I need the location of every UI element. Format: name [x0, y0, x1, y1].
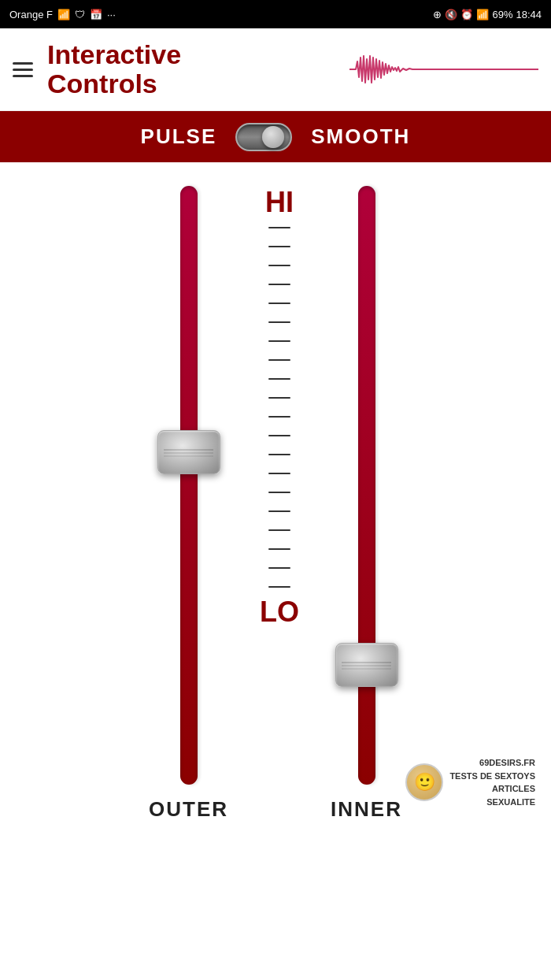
time-label: 18:44 [516, 9, 542, 20]
hamburger-line3 [13, 75, 33, 77]
alarm-icon: ⏰ [460, 9, 473, 20]
watermark: 🙂 69DESIRS.FR TESTS DE SEXTOYS ARTICLES … [405, 756, 535, 808]
pulse-label: PULSE [141, 124, 217, 149]
tick-19 [268, 567, 290, 569]
tick-4 [268, 284, 290, 285]
watermark-site: 69DESIRS.FR [479, 758, 535, 767]
menu-button[interactable] [13, 62, 33, 77]
inner-slider-handle[interactable] [335, 643, 398, 687]
status-bar: Orange F 📶 🛡 📅 ··· ⊕ 🔇 ⏰ 📶 69% 18:44 [0, 0, 551, 28]
tick-16 [268, 510, 290, 512]
header: InteractiveControls [0, 28, 551, 111]
mute-icon: 🔇 [445, 9, 457, 20]
signal-icon: 📶 [57, 9, 70, 20]
mode-toggle[interactable] [235, 123, 292, 151]
sliders-section: OUTER HI LO [0, 162, 551, 871]
status-right: ⊕ 🔇 ⏰ 📶 69% 18:44 [433, 9, 542, 20]
tick-20 [268, 586, 290, 588]
watermark-text: 69DESIRS.FR TESTS DE SEXTOYS ARTICLES SE… [449, 756, 535, 808]
tick-5 [268, 303, 290, 304]
inner-slider-container: INNER [331, 186, 402, 822]
shield-icon: 🛡 [75, 9, 85, 20]
carrier-label: Orange F [9, 9, 53, 20]
inner-slider-track[interactable] [358, 186, 375, 785]
tick-7 [268, 340, 290, 342]
scale-lo-label: LO [260, 596, 299, 629]
tick-14 [268, 473, 290, 474]
tick-12 [268, 435, 290, 436]
tick-3 [268, 265, 290, 266]
outer-slider-container: OUTER [149, 186, 228, 822]
tick-18 [268, 548, 290, 550]
hamburger-line2 [13, 69, 33, 71]
tick-1 [268, 227, 290, 228]
tick-13 [268, 454, 290, 455]
waveform-graphic [349, 50, 538, 89]
watermark-line3: ARTICLES [492, 784, 535, 793]
toggle-bar: PULSE SMOOTH [0, 111, 551, 162]
tick-9 [268, 378, 290, 380]
status-left: Orange F 📶 🛡 📅 ··· [9, 9, 116, 20]
tick-15 [268, 492, 290, 493]
tick-2 [268, 246, 290, 247]
watermark-line4: SEXUALITE [486, 797, 535, 807]
hamburger-line1 [13, 62, 33, 65]
outer-label: OUTER [149, 797, 228, 822]
tick-6 [268, 321, 290, 323]
watermark-line2: TESTS DE SEXTOYS [449, 771, 535, 781]
inner-label: INNER [331, 797, 402, 822]
smooth-label: SMOOTH [311, 124, 410, 149]
calendar-icon: 📅 [90, 9, 102, 20]
wifi-icon: 📶 [476, 9, 489, 20]
bluetooth-icon: ⊕ [433, 9, 442, 20]
tick-8 [268, 359, 290, 361]
scale-ticks [268, 227, 290, 588]
toggle-knob [262, 126, 284, 148]
outer-slider-handle[interactable] [157, 430, 220, 474]
battery-label: 69% [492, 9, 512, 20]
tick-11 [268, 416, 290, 418]
outer-slider-track[interactable] [180, 186, 198, 785]
watermark-avatar: 🙂 [405, 763, 443, 801]
center-scale: HI LO [260, 186, 299, 629]
scale-hi-label: HI [265, 186, 294, 219]
tick-17 [268, 529, 290, 531]
tick-10 [268, 397, 290, 399]
more-icon: ··· [107, 9, 116, 20]
